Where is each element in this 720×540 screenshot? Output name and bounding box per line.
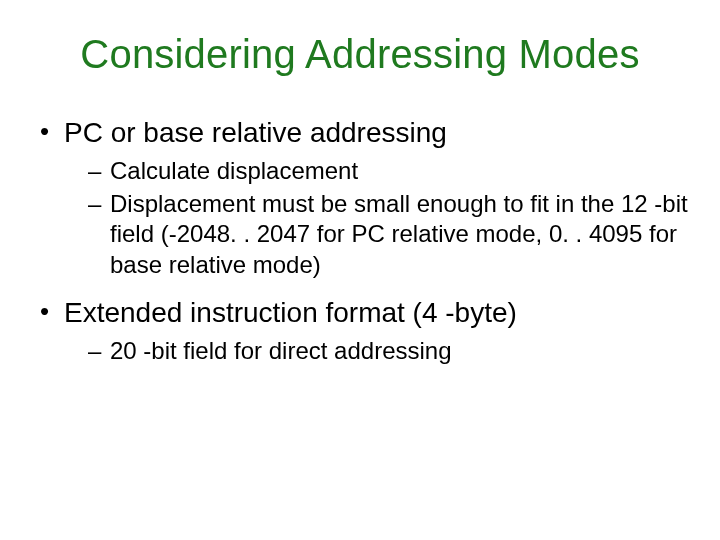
bullet-text: PC or base relative addressing bbox=[64, 117, 447, 148]
slide-title: Considering Addressing Modes bbox=[30, 32, 690, 77]
sub-bullet-text: Displacement must be small enough to fit… bbox=[110, 190, 688, 278]
list-item: PC or base relative addressing Calculate… bbox=[36, 115, 690, 281]
slide: Considering Addressing Modes PC or base … bbox=[0, 0, 720, 540]
sub-bullet-list: Calculate displacement Displacement must… bbox=[64, 156, 690, 281]
list-item: Displacement must be small enough to fit… bbox=[88, 189, 690, 281]
list-item: 20 -bit field for direct addressing bbox=[88, 336, 690, 367]
bullet-list: PC or base relative addressing Calculate… bbox=[30, 115, 690, 367]
list-item: Extended instruction format (4 -byte) 20… bbox=[36, 295, 690, 367]
sub-bullet-text: Calculate displacement bbox=[110, 157, 358, 184]
bullet-text: Extended instruction format (4 -byte) bbox=[64, 297, 517, 328]
list-item: Calculate displacement bbox=[88, 156, 690, 187]
sub-bullet-list: 20 -bit field for direct addressing bbox=[64, 336, 690, 367]
sub-bullet-text: 20 -bit field for direct addressing bbox=[110, 337, 452, 364]
